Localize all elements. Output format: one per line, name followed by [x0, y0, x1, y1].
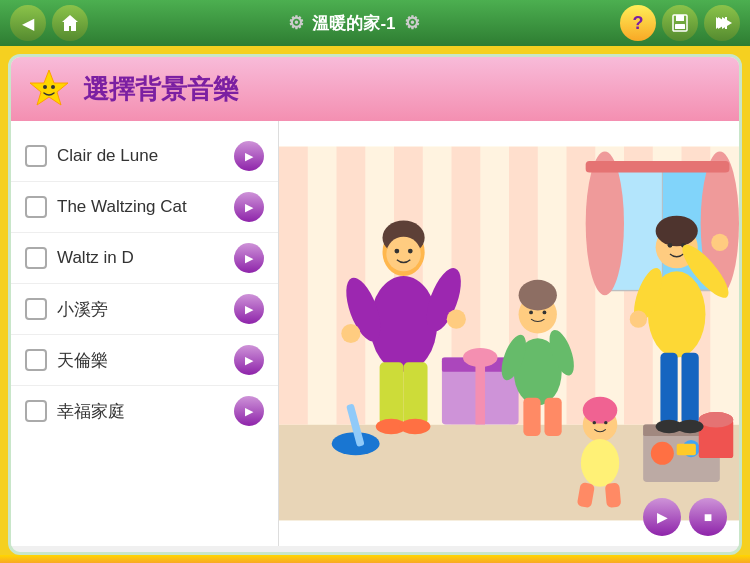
svg-point-26: [463, 348, 498, 367]
svg-rect-31: [677, 444, 696, 456]
svg-rect-45: [380, 362, 404, 424]
svg-point-68: [656, 216, 698, 247]
svg-point-62: [593, 421, 596, 424]
back-button[interactable]: ◀: [10, 5, 46, 41]
music-play-button[interactable]: ▶: [234, 192, 264, 222]
home-button[interactable]: [52, 5, 88, 41]
top-bar-right: ?: [620, 5, 740, 41]
music-label: The Waltzing Cat: [57, 197, 224, 217]
svg-point-75: [630, 311, 647, 328]
music-play-button[interactable]: ▶: [234, 243, 264, 273]
svg-rect-76: [660, 353, 677, 425]
page-title-header: 溫暖的家-1: [312, 12, 395, 35]
svg-point-52: [519, 280, 557, 311]
music-label: 幸福家庭: [57, 400, 224, 423]
svg-point-39: [408, 249, 413, 254]
music-checkbox[interactable]: [25, 247, 47, 269]
svg-point-61: [583, 397, 618, 424]
svg-point-20: [586, 151, 624, 295]
top-bar-left: ◀: [10, 5, 88, 41]
svg-point-5: [43, 85, 47, 89]
svg-point-73: [711, 234, 728, 251]
music-item: 幸福家庭▶: [11, 386, 278, 436]
svg-rect-2: [675, 24, 685, 29]
music-checkbox[interactable]: [25, 196, 47, 218]
svg-point-54: [543, 311, 547, 315]
svg-point-38: [394, 249, 399, 254]
svg-rect-46: [404, 362, 428, 424]
settings-left-icon[interactable]: ⚙: [288, 12, 304, 34]
svg-point-6: [51, 85, 55, 89]
body-split: Clair de Lune▶The Waltzing Cat▶Waltz in …: [11, 121, 739, 546]
page-title-bar: 選擇背景音樂: [11, 57, 739, 121]
svg-point-37: [386, 237, 420, 271]
play-button[interactable]: ▶: [643, 498, 681, 536]
svg-rect-10: [279, 147, 308, 425]
music-item: Clair de Lune▶: [11, 131, 278, 182]
svg-rect-58: [523, 398, 540, 436]
music-label: 小溪旁: [57, 298, 224, 321]
stop-button[interactable]: ■: [689, 498, 727, 536]
music-label: Clair de Lune: [57, 146, 224, 166]
music-item: Waltz in D▶: [11, 233, 278, 284]
playback-controls: ▶ ■: [643, 498, 727, 536]
bottom-border: [0, 555, 750, 563]
svg-rect-59: [544, 398, 561, 436]
music-checkbox[interactable]: [25, 145, 47, 167]
help-button[interactable]: ?: [620, 5, 656, 41]
svg-point-79: [677, 420, 704, 433]
svg-point-43: [341, 324, 360, 343]
save-button[interactable]: [662, 5, 698, 41]
forward-button[interactable]: [704, 5, 740, 41]
music-checkbox[interactable]: [25, 349, 47, 371]
svg-point-69: [668, 243, 673, 248]
music-label: Waltz in D: [57, 248, 224, 268]
svg-marker-4: [30, 70, 68, 105]
music-play-button[interactable]: ▶: [234, 141, 264, 171]
music-item: 小溪旁▶: [11, 284, 278, 335]
main-content: 選擇背景音樂 Clair de Lune▶The Waltzing Cat▶Wa…: [8, 54, 742, 555]
music-play-button[interactable]: ▶: [234, 396, 264, 426]
music-checkbox[interactable]: [25, 400, 47, 422]
svg-rect-3: [725, 17, 727, 29]
svg-point-29: [651, 442, 674, 465]
star-icon: [27, 67, 71, 111]
music-play-button[interactable]: ▶: [234, 345, 264, 375]
music-play-button[interactable]: ▶: [234, 294, 264, 324]
svg-rect-22: [586, 161, 730, 173]
svg-point-64: [581, 439, 619, 487]
music-label: 天倫樂: [57, 349, 224, 372]
top-bar-center: ⚙ 溫暖的家-1 ⚙: [288, 12, 419, 35]
left-panel: Clair de Lune▶The Waltzing Cat▶Waltz in …: [11, 121, 279, 546]
scene-illustration: [279, 121, 739, 546]
music-checkbox[interactable]: [25, 298, 47, 320]
svg-rect-1: [676, 15, 684, 21]
svg-point-53: [529, 311, 533, 315]
svg-point-48: [400, 419, 431, 434]
right-panel: ▶ ■: [279, 121, 739, 546]
page-title: 選擇背景音樂: [83, 72, 239, 107]
svg-rect-77: [682, 353, 699, 425]
svg-rect-25: [475, 357, 485, 424]
svg-rect-66: [605, 483, 621, 508]
svg-point-63: [604, 421, 607, 424]
svg-point-44: [447, 310, 466, 329]
music-item: The Waltzing Cat▶: [11, 182, 278, 233]
music-item: 天倫樂▶: [11, 335, 278, 386]
svg-point-34: [699, 412, 734, 427]
settings-right-icon[interactable]: ⚙: [404, 12, 420, 34]
top-bar: ◀ ⚙ 溫暖的家-1 ⚙ ?: [0, 0, 750, 46]
